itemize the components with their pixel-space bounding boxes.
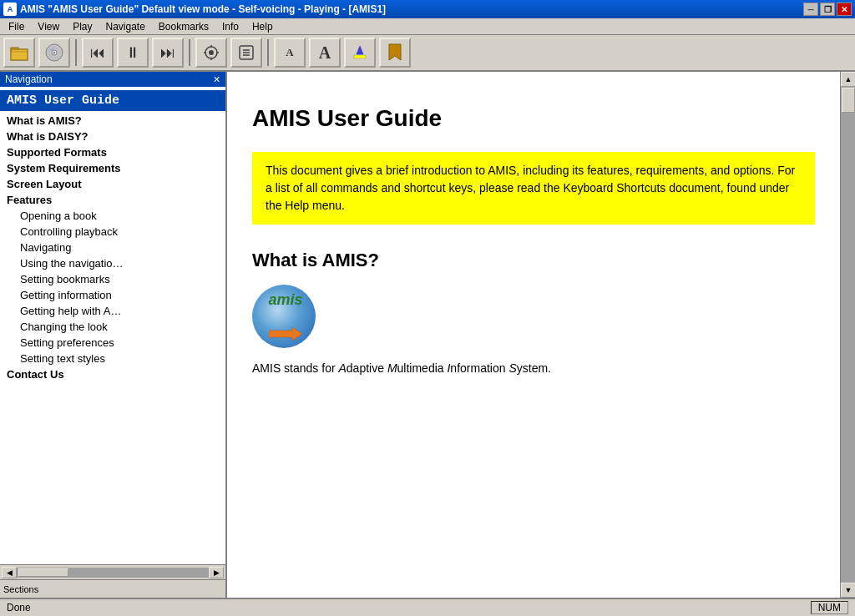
highlight-text: This document gives a brief introduction… <box>266 164 795 212</box>
content-panel[interactable]: AMIS User Guide This document gives a br… <box>227 72 840 598</box>
menu-help[interactable]: Help <box>245 19 280 34</box>
menu-navigate[interactable]: Navigate <box>99 19 151 34</box>
window-controls: ─ ❐ ✕ <box>803 3 852 16</box>
svg-marker-19 <box>269 327 302 341</box>
minimize-button[interactable]: ─ <box>803 3 818 16</box>
nav-item-system-requirements[interactable]: System Requirements <box>0 160 225 176</box>
status-num-indicator: NUM <box>811 601 848 614</box>
svg-point-9 <box>209 50 214 55</box>
content-vertical-scrollbar[interactable]: ▲ ▼ <box>840 72 855 598</box>
nav-sections-tab[interactable]: Sections <box>0 579 225 598</box>
rewind-button[interactable]: ⏮ <box>82 38 114 68</box>
close-button[interactable]: ✕ <box>837 3 852 16</box>
nav-item-using-navigation[interactable]: Using the navigatio… <box>0 255 225 271</box>
svg-point-6 <box>53 52 56 54</box>
main-area: Navigation ✕ AMIS User Guide What is AMI… <box>0 72 855 598</box>
nav-item-features[interactable]: Features <box>0 192 225 208</box>
settings-icon <box>203 44 220 61</box>
folder-icon <box>10 44 28 61</box>
scroll-thumb-h[interactable] <box>18 568 68 577</box>
svg-rect-18 <box>354 55 366 58</box>
menu-bookmarks[interactable]: Bookmarks <box>152 19 215 34</box>
status-left: Done <box>7 602 31 613</box>
highlight-icon <box>352 44 368 61</box>
scroll-track-v[interactable] <box>841 87 855 583</box>
menu-view[interactable]: View <box>31 19 66 34</box>
nav-close-button[interactable]: ✕ <box>213 74 220 85</box>
logo-wrapper: amis <box>252 285 319 351</box>
nav-item-controlling-playback[interactable]: Controlling playback <box>0 224 225 240</box>
font-smaller-button[interactable]: A <box>274 38 306 68</box>
sections-label: Sections <box>3 584 38 594</box>
nav-item-opening-book[interactable]: Opening a book <box>0 208 225 224</box>
nav-item-getting-help[interactable]: Getting help with A… <box>0 303 225 319</box>
forward-button[interactable]: ⏭ <box>152 38 184 68</box>
bookmark-button[interactable] <box>379 38 411 68</box>
nav-item-contact-us[interactable]: Contact Us <box>0 366 225 382</box>
menu-play[interactable]: Play <box>66 19 99 34</box>
settings-button[interactable] <box>195 38 227 68</box>
highlight-button[interactable] <box>344 38 376 68</box>
content-section-title: What is AMIS? <box>252 250 815 271</box>
toolbar-separator-1 <box>75 39 77 66</box>
font-larger-button[interactable]: A <box>309 38 341 68</box>
pause-button[interactable]: ⏸ <box>117 38 149 68</box>
menu-bar: File View Play Navigate Bookmarks Info H… <box>0 18 855 35</box>
app-icon: A <box>3 3 17 16</box>
nav-item-supported-formats[interactable]: Supported Formats <box>0 144 225 160</box>
title-bar: A AMIS "AMIS User Guide" Default view mo… <box>0 0 855 18</box>
nav-item-what-is-amis[interactable]: What is AMIS? <box>0 113 225 129</box>
scroll-track-h[interactable] <box>17 568 209 578</box>
scroll-up-arrow[interactable]: ▲ <box>841 72 855 87</box>
logo-arrow <box>269 326 302 345</box>
nav-item-what-is-daisy[interactable]: What is DAISY? <box>0 129 225 144</box>
content-main-title: AMIS User Guide <box>252 105 815 132</box>
toolbar: ⏮ ⏸ ⏭ A A <box>0 35 855 72</box>
toolbar-separator-3 <box>267 39 269 66</box>
nav-horizontal-scrollbar[interactable]: ◀ ▶ <box>0 564 225 579</box>
toolbar-separator-2 <box>189 39 190 66</box>
open-folder-button[interactable] <box>3 38 35 68</box>
window-title: AMIS "AMIS User Guide" Default view mode… <box>20 3 386 15</box>
nav-item-setting-text-styles[interactable]: Setting text styles <box>0 351 225 366</box>
svg-rect-2 <box>11 49 28 60</box>
logo-green-text: amis <box>268 291 302 309</box>
nav-header-label: Navigation <box>5 73 53 85</box>
nav-title[interactable]: AMIS User Guide <box>0 90 225 111</box>
nav-item-navigating[interactable]: Navigating <box>0 240 225 255</box>
nav-header: Navigation ✕ <box>0 72 225 87</box>
scroll-right-arrow[interactable]: ▶ <box>209 567 224 578</box>
nav-item-screen-layout[interactable]: Screen Layout <box>0 176 225 192</box>
amis-logo: amis <box>252 285 815 351</box>
restore-button[interactable]: ❐ <box>820 3 835 16</box>
nav-list: AMIS User Guide What is AMIS? What is DA… <box>0 87 225 564</box>
cd-button[interactable] <box>38 38 70 68</box>
menu-file[interactable]: File <box>2 19 31 34</box>
status-bar: Done NUM <box>0 598 855 616</box>
content-body-text: AMIS stands for Adaptive Multimedia Info… <box>252 360 815 377</box>
nav-item-setting-preferences[interactable]: Setting preferences <box>0 335 225 351</box>
nav-item-setting-bookmarks[interactable]: Setting bookmarks <box>0 271 225 287</box>
scroll-left-arrow[interactable]: ◀ <box>2 567 17 578</box>
bookmark-icon <box>387 43 402 62</box>
scroll-thumb-v[interactable] <box>842 88 855 113</box>
navigation-panel: Navigation ✕ AMIS User Guide What is AMI… <box>0 72 227 598</box>
menu-info[interactable]: Info <box>215 19 245 34</box>
cd-icon <box>44 43 64 63</box>
scroll-down-arrow[interactable]: ▼ <box>841 583 855 598</box>
nav-item-changing-look[interactable]: Changing the look <box>0 319 225 335</box>
highlight-box: This document gives a brief introduction… <box>252 152 815 225</box>
preferences-button[interactable] <box>230 38 262 68</box>
preferences-icon <box>238 44 255 61</box>
nav-item-getting-information[interactable]: Getting information <box>0 287 225 303</box>
